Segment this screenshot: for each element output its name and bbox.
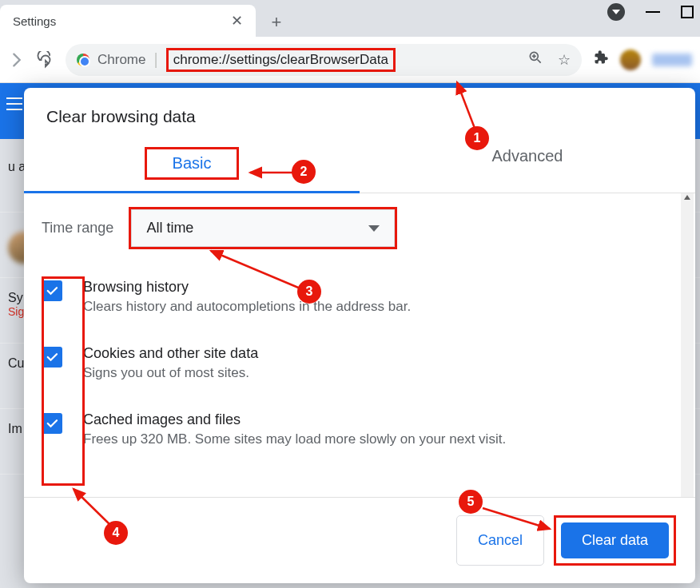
extensions-icon[interactable]	[593, 50, 609, 70]
zoom-icon[interactable]	[527, 50, 543, 70]
profile-name-blurred	[652, 54, 692, 66]
svg-line-4	[457, 82, 475, 130]
annotation-number-5: 5	[459, 490, 483, 514]
annotation-arrow-5	[478, 503, 558, 538]
svg-line-7	[74, 489, 113, 527]
profile-avatar[interactable]	[620, 50, 641, 70]
option-title: Cookies and other site data	[83, 345, 678, 362]
dialog-body: Time range All time Browsing history Cle…	[24, 193, 695, 497]
clear-data-button[interactable]: Clear data	[561, 522, 669, 558]
tab-advanced[interactable]: Advanced	[360, 134, 695, 193]
option-browsing-history[interactable]: Browsing history Clears history and auto…	[42, 269, 678, 336]
maximize-button[interactable]	[681, 6, 694, 18]
scrollbar[interactable]	[681, 193, 694, 497]
annotation-clear-highlight: Clear data	[554, 515, 676, 566]
tab-strip: Settings ✕ +	[0, 0, 700, 37]
omnibox-url: chrome://settings/clearBrowserData	[170, 49, 392, 70]
close-tab-icon[interactable]: ✕	[231, 12, 243, 30]
bookmark-star-icon[interactable]: ☆	[558, 51, 571, 69]
option-desc: Frees up 320 MB. Some sites may load mor…	[83, 431, 678, 447]
annotation-number-1: 1	[465, 126, 489, 150]
omnibox-origin-label: Chrome	[97, 52, 145, 68]
time-range-dropdown[interactable]: All time	[131, 209, 395, 247]
annotation-url-highlight: chrome://settings/clearBrowserData	[166, 48, 396, 72]
svg-line-6	[211, 251, 302, 289]
time-range-label: Time range	[42, 220, 113, 236]
svg-line-8	[483, 508, 550, 529]
option-cookies[interactable]: Cookies and other site data Signs you ou…	[42, 336, 678, 402]
omnibox[interactable]: Chrome | chrome://settings/clearBrowserD…	[66, 44, 582, 76]
option-cached[interactable]: Cached images and files Frees up 320 MB.…	[42, 402, 678, 468]
window-controls	[615, 3, 694, 21]
clear-browsing-data-dialog: Clear browsing data Basic Advanced Time …	[24, 88, 695, 583]
annotation-basic-highlight: Basic	[145, 147, 240, 180]
reload-button[interactable]	[37, 51, 54, 69]
new-tab-button[interactable]: +	[262, 8, 291, 37]
forward-button[interactable]	[8, 51, 26, 69]
annotation-number-2: 2	[292, 160, 316, 184]
minimize-button[interactable]	[646, 11, 660, 13]
chrome-icon	[77, 54, 89, 66]
account-menu-button[interactable]	[607, 3, 625, 21]
option-title: Cached images and files	[83, 411, 678, 428]
option-desc: Signs you out of most sites.	[83, 365, 678, 381]
chevron-down-icon	[368, 225, 380, 232]
dialog-tabs: Basic Advanced	[24, 134, 695, 193]
option-title: Browsing history	[83, 279, 678, 296]
annotation-checkboxes-highlight	[42, 276, 85, 486]
annotation-arrow-3	[206, 248, 310, 299]
svg-line-1	[538, 60, 541, 63]
time-range-value: All time	[146, 220, 193, 236]
annotation-number-4: 4	[104, 521, 128, 545]
tab-title: Settings	[13, 14, 56, 28]
toolbar: Chrome | chrome://settings/clearBrowserD…	[0, 37, 700, 83]
hamburger-menu-icon[interactable]	[6, 97, 22, 110]
option-desc: Clears history and autocompletions in th…	[83, 299, 678, 315]
dialog-title: Clear browsing data	[24, 88, 695, 134]
annotation-number-3: 3	[297, 280, 321, 304]
browser-tab-settings[interactable]: Settings ✕	[0, 5, 256, 37]
